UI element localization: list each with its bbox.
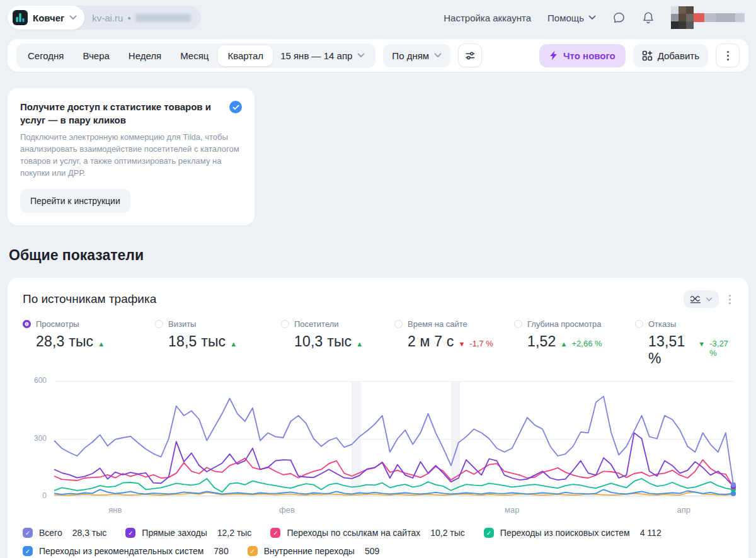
widget-controls [684,290,733,308]
username-pixelated [694,13,745,22]
line-chart-icon [690,295,701,304]
metric-value: 1,52 [527,333,556,350]
user-avatar-censored[interactable] [671,6,745,29]
checkbox-icon [484,528,494,538]
counter-switcher: Ковчег kv-ai.ru • [8,6,201,30]
radio-icon [635,320,643,328]
checkbox-icon [248,546,258,556]
lightning-bolt-icon [549,50,558,60]
radio-icon [23,320,31,328]
legend-item-internal[interactable]: Внутренние переходы 509 [248,546,380,556]
line-chart[interactable]: 600 300 0 янвфевмарапр [23,381,733,520]
plot-area[interactable]: 600 300 0 [54,381,733,496]
legend-value: 780 [214,546,228,556]
whats-new-button[interactable]: Что нового [539,44,626,67]
grid-plus-icon [642,50,653,61]
trend-arrow-icon: ▲ [230,340,237,348]
period-yesterday[interactable]: Вчера [74,45,119,66]
checkbox-icon [23,546,33,556]
chevron-down-icon [357,53,365,58]
traffic-sources-widget: По источникам трафика Просмотры 28,3 тыс… [8,278,748,558]
trend-arrow-icon: ▼ [698,340,705,348]
checkbox-icon [23,528,33,538]
granularity-label: По дням [392,50,429,61]
segments-filter-button[interactable] [458,43,482,67]
counter-name: Ковчег [33,13,64,23]
legend-value: 4 112 [640,528,662,538]
kebab-icon [727,51,729,60]
metric-change: -3,27 % [709,339,733,358]
add-widget-button[interactable]: Добавить [633,44,708,67]
legend-item-site-links[interactable]: Переходы по ссылкам на сайтах 10,2 тыс [270,528,464,538]
counter-logo-icon [13,10,28,25]
widget-kebab-menu[interactable] [726,292,733,307]
legend-item-direct[interactable]: Прямые заходы 12,2 тыс [125,528,251,538]
legend-item-total[interactable]: Всего 28,3 тыс [23,528,106,538]
trend-arrow-icon: ▲ [98,340,105,348]
metrics-row: Просмотры 28,3 тыс▲ Визиты 18,5 тыс▲ Пос… [23,319,733,367]
help-menu[interactable]: Помощь [547,13,596,23]
chevron-down-icon [69,15,77,20]
date-range-label: 15 янв — 14 апр [280,50,352,61]
metric-bounce-rate[interactable]: Отказы 13,51 %▼-3,27 % [635,319,733,367]
metric-change: -1,7 % [469,339,493,348]
metric-value: 13,51 % [648,333,694,367]
legend-item-search[interactable]: Переходы из поисковых систем 4 112 [484,528,662,538]
period-today[interactable]: Сегодня [18,45,74,66]
trend-arrow-icon: ▲ [356,340,363,348]
metrica-dashboard: Ковчег kv-ai.ru • Настройка аккаунта Пом… [0,0,756,558]
checkbox-icon [125,528,135,538]
granularity-select[interactable]: По дням [383,44,450,67]
legend-value: 509 [365,546,379,556]
metric-visitors[interactable]: Посетители 10,3 тыс▲ [281,319,394,367]
notifications-bell-icon[interactable] [642,11,655,25]
chart-type-select[interactable] [684,290,719,308]
metric-views[interactable]: Просмотры 28,3 тыс▲ [23,319,155,367]
metric-label: Отказы [648,319,676,329]
filter-toolbar: Сегодня Вчера Неделя Месяц Квартал 15 ян… [8,39,748,72]
counter-dropdown[interactable]: Ковчег [8,6,84,30]
radio-icon [281,320,289,328]
metric-change: +2,66 % [571,339,602,348]
chart-legend: Всего 28,3 тыс Прямые заходы 12,2 тыс Пе… [23,528,733,556]
metric-time-on-site[interactable]: Время на сайте 2 м 7 с▼-1,7 % [394,319,514,367]
promo-description: Подключите электронную коммерцию для Til… [20,132,242,179]
legend-label: Всего [39,528,62,538]
metric-value: 18,5 тыс [168,333,226,350]
add-label: Добавить [658,50,699,61]
period-week[interactable]: Неделя [119,45,171,66]
legend-label: Переходы по ссылкам на сайтах [287,528,420,538]
legend-label: Внутренние переходы [264,546,355,556]
legend-label: Переходы из рекомендательных систем [39,546,203,556]
promo-cta-button[interactable]: Перейти к инструкции [20,189,130,213]
period-quarter[interactable]: Квартал [218,45,273,66]
sliders-icon [465,50,476,61]
metric-label: Просмотры [36,319,79,329]
account-settings-link[interactable]: Настройка аккаунта [444,13,531,23]
period-segmented-control: Сегодня Вчера Неделя Месяц Квартал 15 ян… [16,43,375,68]
feedback-chat-icon[interactable] [612,11,626,25]
promo-title: Получите доступ к статистике товаров и у… [20,100,220,127]
avatar-pixelated [671,6,694,29]
legend-value: 12,2 тыс [217,528,252,538]
y-tick: 300 [23,434,47,443]
metric-visits[interactable]: Визиты 18,5 тыс▲ [155,319,281,367]
metric-page-depth[interactable]: Глубина просмотра 1,52▲+2,66 % [514,319,635,367]
legend-row: Переходы из рекомендательных систем 780 … [23,546,733,556]
legend-item-recommendation[interactable]: Переходы из рекомендательных систем 780 [23,546,229,556]
metric-label: Время на сайте [408,319,467,329]
toolbar-kebab-menu[interactable] [716,43,740,67]
breadcrumb-separator: • [127,13,130,23]
period-month[interactable]: Месяц [171,45,218,66]
metric-label: Визиты [168,319,196,329]
y-tick: 0 [23,492,47,501]
chevron-down-icon [588,15,596,20]
account-settings-label: Настройка аккаунта [444,13,531,23]
trend-arrow-icon: ▼ [458,340,465,348]
y-tick: 600 [23,377,47,385]
date-range-select[interactable]: 15 янв — 14 апр [273,45,374,66]
site-breadcrumb[interactable]: kv-ai.ru • [84,8,200,28]
promo-head: Получите доступ к статистике товаров и у… [20,100,242,127]
metric-value: 28,3 тыс [36,333,93,350]
radio-icon [155,320,163,328]
